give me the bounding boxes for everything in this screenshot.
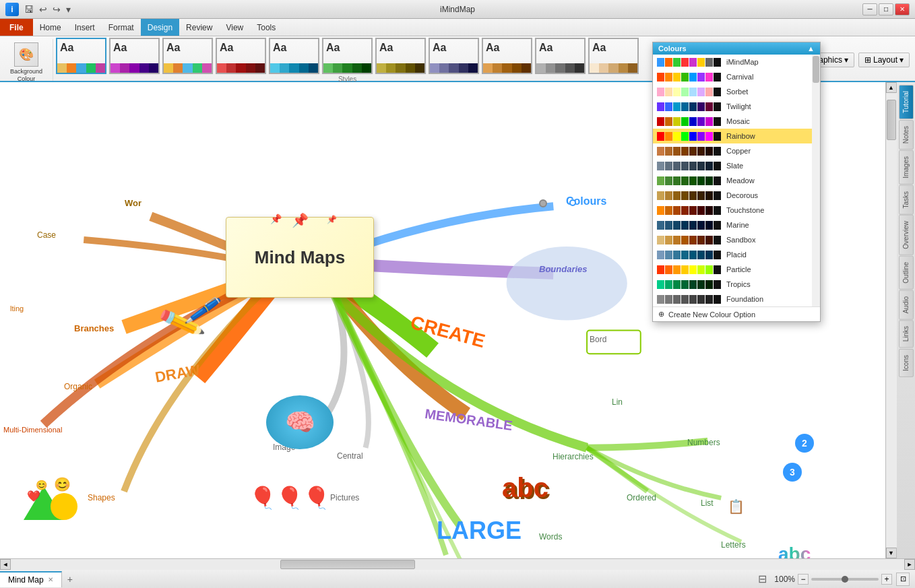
style-thumb-s1[interactable]: Aa — [56, 38, 106, 74]
style-color-bars — [536, 63, 584, 73]
label-lting: lting — [10, 304, 24, 313]
colour-item-meadow[interactable]: Meadow — [653, 173, 820, 188]
scroll-thumb-horizontal[interactable] — [280, 560, 415, 569]
tab-mind-map[interactable]: Mind Map ✕ — [0, 571, 62, 587]
colour-item-copper[interactable]: Copper — [653, 143, 820, 158]
zoom-thumb[interactable] — [842, 576, 848, 583]
sidebar-tab-links[interactable]: Links — [899, 320, 914, 348]
colour-dropdown-scroll-up[interactable]: ▲ — [807, 44, 815, 53]
colour-item-slate[interactable]: Slate — [653, 158, 820, 173]
menu-insert[interactable]: Insert — [68, 19, 102, 36]
minimize-button[interactable]: ─ — [862, 3, 877, 15]
tab-add-button[interactable]: + — [62, 571, 78, 587]
color-bar — [608, 63, 618, 73]
sidebar-tab-tutorial[interactable]: Tutorial — [899, 85, 914, 119]
create-new-colour-button[interactable]: ⊕ Create New Colour Option — [653, 306, 820, 321]
sidebar-tab-overview[interactable]: Overview — [899, 215, 914, 255]
sidebar-tab-notes[interactable]: Notes — [899, 120, 914, 150]
colour-item-placid[interactable]: Placid — [653, 247, 820, 262]
menu-tools[interactable]: Tools — [250, 19, 282, 36]
layout-dropdown-icon: ▾ — [900, 55, 904, 65]
colour-item-particle[interactable]: Particle — [653, 262, 820, 277]
zoom-slider[interactable] — [811, 578, 879, 581]
scroll-thumb-vertical[interactable] — [887, 100, 896, 140]
vertical-scrollbar[interactable]: ▲ ▼ — [885, 82, 896, 558]
colour-list-scrollbar[interactable] — [812, 55, 820, 306]
zoom-in-button[interactable]: + — [881, 574, 892, 585]
sidebar-tab-audio[interactable]: Audio — [899, 290, 914, 320]
scroll-up-button[interactable]: ▲ — [886, 82, 897, 93]
menu-format[interactable]: Format — [102, 19, 141, 36]
colour-list-scrollbar-thumb[interactable] — [813, 56, 819, 83]
style-thumb-s11[interactable]: Aa — [588, 38, 639, 74]
central-topic[interactable]: Mind Maps 📌 📌 📌 — [226, 217, 374, 298]
filter-icon[interactable]: ⊟ — [758, 573, 767, 585]
scroll-down-button[interactable]: ▼ — [886, 548, 897, 558]
colour-item-sorbet[interactable]: Sorbet — [653, 84, 820, 99]
colour-item-rainbow[interactable]: Rainbow — [653, 129, 820, 143]
menu-view[interactable]: View — [219, 19, 250, 36]
style-color-bars — [111, 63, 158, 73]
horizontal-scrollbar[interactable]: ◄ ► — [0, 558, 915, 569]
swatch — [673, 280, 681, 289]
colour-item-imindmap[interactable]: iMindMap — [653, 55, 820, 69]
style-thumb-s7[interactable]: Aa — [375, 38, 426, 74]
swatch — [705, 176, 713, 185]
scroll-track-horizontal[interactable] — [11, 559, 904, 570]
style-thumb-s2[interactable]: Aa — [109, 38, 160, 74]
colour-name-slate: Slate — [726, 162, 743, 170]
sidebar-tab-icons[interactable]: Icons — [899, 349, 914, 377]
style-thumb-s8[interactable]: Aa — [429, 38, 479, 74]
colour-name-meadow: Meadow — [726, 176, 755, 185]
style-thumb-s5[interactable]: Aa — [269, 38, 319, 74]
style-thumb-s3[interactable]: Aa — [162, 38, 213, 74]
sidebar-tab-tasks[interactable]: Tasks — [899, 185, 914, 215]
colour-name-sorbet: Sorbet — [726, 88, 748, 96]
scroll-left-button[interactable]: ◄ — [0, 559, 11, 570]
menu-design[interactable]: Design — [141, 19, 179, 36]
colour-name-imindmap: iMindMap — [726, 58, 759, 66]
color-bar — [149, 63, 158, 73]
swatch — [681, 265, 689, 274]
save-button[interactable]: 🖫 — [23, 4, 35, 15]
swatch — [689, 88, 697, 96]
swatch — [705, 251, 713, 259]
swatch — [689, 147, 697, 156]
style-thumb-s9[interactable]: Aa — [482, 38, 532, 74]
sidebar-tab-images[interactable]: Images — [899, 150, 914, 185]
zoom-out-button[interactable]: − — [798, 574, 809, 585]
colour-item-mosaic[interactable]: Mosaic — [653, 114, 820, 129]
style-thumb-s6[interactable]: Aa — [322, 38, 373, 74]
layout-button[interactable]: ⊞ Layout ▾ — [858, 53, 910, 67]
maximize-button[interactable]: □ — [879, 3, 893, 15]
swatch — [689, 73, 697, 81]
label-multidim: Multi-Dimensional — [3, 426, 62, 434]
colour-item-twilight[interactable]: Twilight — [653, 99, 820, 114]
menu-home[interactable]: Home — [33, 19, 68, 36]
swatch — [697, 280, 705, 289]
scroll-track-vertical[interactable] — [886, 93, 897, 548]
colour-item-touchstone[interactable]: Touchstone — [653, 203, 820, 218]
colour-item-decorous[interactable]: Decorous — [653, 188, 820, 203]
colour-item-carnival[interactable]: Carnival — [653, 69, 820, 84]
tab-close-button[interactable]: ✕ — [48, 576, 53, 583]
redo-button[interactable]: ↪ — [51, 4, 62, 15]
menu-file[interactable]: File — [0, 19, 33, 36]
style-thumb-s4[interactable]: Aa — [216, 38, 266, 74]
style-thumb-s10[interactable]: Aa — [535, 38, 586, 74]
close-button[interactable]: ✕ — [895, 3, 910, 15]
colour-item-sandbox[interactable]: Sandbox — [653, 232, 820, 247]
background-colour-button[interactable]: 🎨 BackgroundColour — [5, 40, 47, 85]
swatch — [665, 280, 672, 289]
colour-item-marine[interactable]: Marine — [653, 218, 820, 232]
fit-button[interactable]: ⊡ — [896, 573, 910, 586]
scroll-right-button[interactable]: ► — [904, 559, 915, 570]
menu-review[interactable]: Review — [179, 19, 219, 36]
undo-button[interactable]: ↩ — [38, 4, 49, 15]
pin-decoration-3: 📌 — [327, 215, 337, 224]
sidebar-tab-outline[interactable]: Outline — [899, 256, 914, 290]
layout-label: Layout — [873, 55, 897, 65]
colour-item-foundation[interactable]: Foundation — [653, 292, 820, 306]
customize-button[interactable]: ▾ — [65, 4, 72, 15]
colour-item-tropics[interactable]: Tropics — [653, 277, 820, 292]
